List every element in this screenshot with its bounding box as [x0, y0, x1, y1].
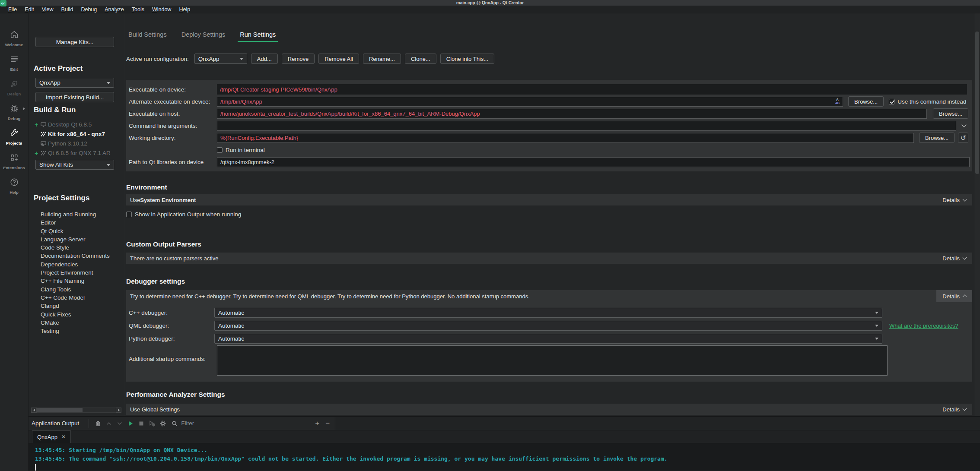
- clear-output-icon[interactable]: [92, 418, 103, 429]
- stop-icon[interactable]: [136, 418, 146, 429]
- menu-edit[interactable]: Edit: [21, 6, 38, 13]
- workdir-field[interactable]: %{RunConfig:Executable:Path}: [217, 133, 914, 143]
- output-toolbar: Application Output + −: [29, 417, 980, 430]
- menu-view[interactable]: View: [38, 6, 57, 13]
- settings-item[interactable]: Testing: [41, 327, 110, 335]
- tab-run-settings[interactable]: Run Settings: [238, 31, 278, 42]
- alt-exec-browse-button[interactable]: Browse...: [848, 96, 884, 107]
- previous-item-icon[interactable]: [103, 418, 114, 429]
- debug-submenu-arrow[interactable]: [23, 107, 25, 110]
- args-expand-button[interactable]: [959, 120, 969, 131]
- mode-projects[interactable]: Projects: [0, 128, 28, 145]
- output-pane-title[interactable]: Application Output: [32, 420, 79, 427]
- menu-window[interactable]: Window: [148, 6, 175, 13]
- settings-item[interactable]: C++ File Naming: [41, 277, 110, 285]
- scrollbar-thumb[interactable]: [975, 32, 979, 174]
- menu-debug[interactable]: Debug: [77, 6, 101, 13]
- settings-item[interactable]: Dependencies: [41, 260, 110, 269]
- exec-host-browse-button[interactable]: Browse...: [933, 108, 968, 119]
- add-config-button[interactable]: Add...: [251, 54, 278, 64]
- startup-commands-textarea[interactable]: [217, 345, 888, 376]
- scroll-right-arrow[interactable]: [116, 408, 121, 413]
- mode-welcome[interactable]: Welcome: [0, 30, 28, 47]
- remove-config-button[interactable]: Remove: [282, 54, 315, 64]
- settings-item[interactable]: C++ Code Model: [41, 294, 110, 302]
- alt-exec-field[interactable]: /tmp/bin/QnxApp A4B: [217, 97, 843, 107]
- menu-file[interactable]: File: [4, 6, 21, 13]
- add-kit-icon[interactable]: +: [35, 121, 41, 128]
- menu-build[interactable]: Build: [57, 6, 77, 13]
- settings-item[interactable]: Project Environment: [41, 269, 110, 277]
- use-command-checkbox[interactable]: [889, 99, 894, 104]
- manage-kits-button[interactable]: Manage Kits...: [35, 37, 114, 47]
- environment-details-button[interactable]: Details: [936, 194, 972, 205]
- menu-help[interactable]: Help: [175, 6, 194, 13]
- kit-python[interactable]: Python 3.10.12: [35, 139, 123, 148]
- mode-edit[interactable]: Edit: [0, 54, 28, 72]
- menu-tools[interactable]: Tools: [128, 6, 148, 13]
- run-config-select[interactable]: QnxApp: [194, 54, 247, 64]
- settings-item[interactable]: Documentation Comments: [41, 252, 110, 260]
- settings-item[interactable]: Quick Fixes: [41, 310, 110, 319]
- active-project-select[interactable]: QnxApp: [35, 78, 114, 88]
- show-in-output-label[interactable]: Show in Application Output when running: [135, 211, 241, 218]
- python-debugger-select[interactable]: Automatic: [214, 334, 882, 344]
- settings-item[interactable]: Clang Tools: [41, 285, 110, 294]
- menubar: File Edit View Build Debug Analyze Tools…: [0, 6, 980, 13]
- exec-device-field[interactable]: /tmp/Qt-Creator-staging-PICeW59t/bin/Qnx…: [217, 84, 967, 95]
- run-icon[interactable]: [125, 418, 136, 429]
- mode-help[interactable]: Help: [0, 177, 28, 195]
- remove-all-configs-button[interactable]: Remove All: [318, 54, 359, 64]
- filter-input[interactable]: [181, 420, 246, 427]
- rename-config-button[interactable]: Rename...: [363, 54, 401, 64]
- vertical-scrollbar[interactable]: [974, 13, 980, 416]
- clone-into-this-button[interactable]: Clone into This...: [440, 54, 494, 64]
- mode-extensions[interactable]: Extensions: [0, 153, 28, 170]
- menu-analyze[interactable]: Analyze: [101, 6, 127, 13]
- settings-item[interactable]: Clangd: [41, 302, 110, 310]
- scrollbar-track[interactable]: [37, 408, 116, 413]
- output-tab-qnxapp[interactable]: QnxApp ✕: [32, 430, 71, 443]
- settings-item[interactable]: Building and Running: [41, 210, 110, 218]
- kit-qnx-arm[interactable]: + Qt 6.8.5 for QNX 7.1 AR: [35, 149, 123, 157]
- settings-item[interactable]: Qt Quick: [41, 227, 110, 235]
- horizontal-scrollbar[interactable]: [31, 408, 121, 413]
- run-in-terminal-label[interactable]: Run in terminal: [226, 147, 265, 153]
- scrollbar-thumb[interactable]: [37, 408, 83, 412]
- clone-config-button[interactable]: Clone...: [405, 54, 436, 64]
- next-item-icon[interactable]: [114, 418, 125, 429]
- mode-debug[interactable]: Debug: [0, 104, 28, 121]
- prerequisites-link[interactable]: What are the prerequisites?: [889, 322, 958, 329]
- exec-host-field[interactable]: /home/junokso/rta_creator_test_builds/Qn…: [217, 109, 927, 119]
- cpp-debugger-select[interactable]: Automatic: [214, 308, 882, 318]
- zoom-out-icon[interactable]: −: [325, 419, 330, 428]
- import-existing-build-button[interactable]: Import Existing Build...: [35, 92, 114, 102]
- settings-item[interactable]: Language Server: [41, 235, 110, 243]
- qml-debugger-select[interactable]: Automatic: [214, 321, 882, 331]
- debugger-details-button[interactable]: Details: [936, 290, 972, 302]
- args-field[interactable]: [217, 121, 956, 131]
- kit-desktop[interactable]: + Desktop Qt 6.8.5: [35, 120, 123, 129]
- scroll-left-arrow[interactable]: [31, 408, 37, 413]
- add-kit-icon[interactable]: +: [35, 150, 41, 157]
- tab-build-settings[interactable]: Build Settings: [126, 31, 169, 42]
- rerun-debug-icon[interactable]: [146, 418, 157, 429]
- performance-details-button[interactable]: Details: [936, 404, 972, 415]
- tab-deploy-settings[interactable]: Deploy Settings: [179, 31, 228, 42]
- custom-parsers-details-button[interactable]: Details: [936, 253, 972, 264]
- run-in-terminal-checkbox[interactable]: [217, 147, 223, 153]
- qtlib-field[interactable]: /qt/qnx-imx8qmmek-2: [217, 157, 970, 167]
- settings-gear-icon[interactable]: [157, 418, 168, 429]
- settings-item[interactable]: Editor: [41, 218, 110, 227]
- kit-filter-select[interactable]: Show All Kits: [35, 160, 114, 170]
- close-icon[interactable]: ✕: [61, 434, 66, 439]
- zoom-in-icon[interactable]: +: [315, 419, 319, 428]
- show-in-output-checkbox[interactable]: [126, 212, 132, 217]
- variables-icon[interactable]: A4B: [834, 98, 841, 106]
- settings-item[interactable]: CMake: [41, 319, 110, 327]
- reset-icon[interactable]: ↺: [958, 133, 968, 143]
- use-command-label[interactable]: Use this command instead: [897, 98, 966, 105]
- workdir-browse-button[interactable]: Browse...: [919, 133, 955, 143]
- settings-item[interactable]: Code Style: [41, 243, 110, 252]
- kit-qnx-x86[interactable]: Kit for x86_64 - qnx7: [35, 130, 123, 138]
